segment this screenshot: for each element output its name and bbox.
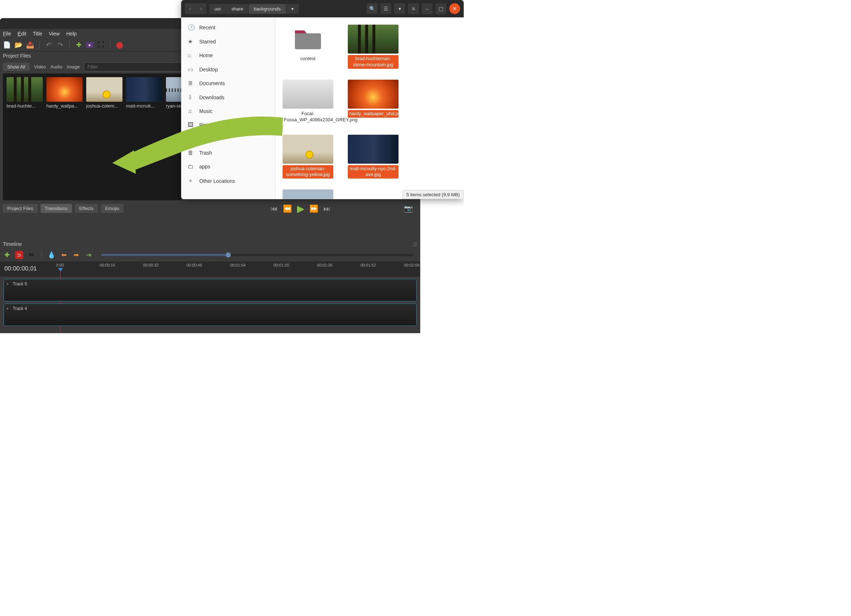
sidebar-item-apps[interactable]: 🗀apps bbox=[181, 160, 275, 173]
sidebar-label: Trash bbox=[199, 150, 212, 156]
menu-title[interactable]: Title bbox=[33, 31, 42, 36]
forward-icon[interactable]: ⏩ bbox=[310, 204, 319, 213]
prev-marker-icon[interactable]: ⬅ bbox=[60, 251, 68, 259]
file-thumb bbox=[283, 189, 333, 199]
new-project-icon[interactable]: 📄 bbox=[3, 41, 11, 49]
track-chevron-icon[interactable]: ▸ bbox=[7, 306, 9, 310]
tab-transitions[interactable]: Transitions bbox=[41, 204, 72, 213]
snapshot-icon[interactable]: 📷 bbox=[404, 204, 413, 213]
open-project-icon[interactable]: 📂 bbox=[15, 41, 23, 49]
project-file-item[interactable]: brad-huchte... bbox=[6, 77, 43, 109]
filter-image[interactable]: Image bbox=[67, 64, 80, 69]
fullscreen-icon[interactable]: ⛶ bbox=[97, 41, 105, 49]
marker-icon[interactable]: 💧 bbox=[47, 251, 56, 259]
nav-forward-icon[interactable]: › bbox=[195, 3, 206, 14]
file-item[interactable]: hardy_wallpaper_uhd.png bbox=[348, 80, 398, 124]
export-icon[interactable]: ⬤ bbox=[116, 41, 123, 49]
menu-view[interactable]: View bbox=[49, 31, 60, 36]
project-file-item[interactable]: matt-mcnult... bbox=[126, 77, 162, 109]
sidebar-item-videos[interactable]: 🎬Videos bbox=[181, 132, 275, 146]
tab-project-files[interactable]: Project Files bbox=[3, 204, 38, 213]
crumb-share[interactable]: share bbox=[226, 4, 248, 14]
menu-file[interactable]: File bbox=[3, 31, 11, 36]
add-track-icon[interactable]: ✚ bbox=[3, 251, 11, 259]
zoom-slider[interactable] bbox=[101, 254, 413, 256]
sidebar-item-trash[interactable]: 🗑Trash bbox=[181, 146, 275, 160]
next-marker-icon[interactable]: ➡ bbox=[72, 251, 80, 259]
redo-icon[interactable]: ↷ bbox=[56, 41, 64, 49]
ruler-mark: 00:00:16 bbox=[100, 263, 115, 267]
ruler-marks[interactable]: 0:0000:00:1600:00:3200:00:4800:01:0400:0… bbox=[56, 261, 420, 277]
menu-edit[interactable]: Edit bbox=[18, 31, 26, 36]
sidebar-label: Pictures bbox=[199, 122, 218, 128]
jump-end-icon[interactable]: ⏭ bbox=[323, 204, 331, 213]
timeline-ruler[interactable]: 00:00:00,01 0:0000:00:1600:00:3200:00:48… bbox=[0, 261, 420, 277]
filter-audio[interactable]: Audio bbox=[50, 64, 62, 69]
close-icon[interactable]: ✕ bbox=[449, 3, 460, 14]
file-item[interactable]: contest bbox=[283, 25, 333, 69]
sidebar-item-music[interactable]: ♫Music bbox=[181, 104, 275, 118]
files-content[interactable]: contestbrad-huchteman-stone-mountain.jpg… bbox=[275, 17, 464, 199]
timeline-track[interactable]: ▸Track 5 bbox=[4, 279, 416, 301]
sidebar-item-home[interactable]: ⌂Home bbox=[181, 48, 275, 62]
center-icon[interactable]: ⇥ bbox=[84, 251, 92, 259]
show-all-button[interactable]: Show All bbox=[3, 63, 30, 71]
undo-icon[interactable]: ↶ bbox=[45, 41, 53, 49]
hamburger-icon[interactable]: ≡ bbox=[408, 3, 419, 14]
file-item[interactable] bbox=[283, 189, 333, 199]
filter-video[interactable]: Video bbox=[34, 64, 46, 69]
preview-controls: ⏮ ⏪ ▶ ⏩ ⏭ 📷 bbox=[181, 198, 420, 219]
file-label: hardy_wallpaper_uhd.png bbox=[348, 110, 398, 118]
search-icon[interactable]: 🔍 bbox=[367, 3, 377, 14]
timeline-panel: Timeline ◫ ✚ ⊃ ✂ 💧 ⬅ ➡ ⇥ 00:00:00,01 0:0… bbox=[0, 240, 420, 328]
razor-icon[interactable]: ✂ bbox=[27, 251, 36, 259]
track-chevron-icon[interactable]: ▸ bbox=[7, 282, 9, 286]
sidebar-label: Home bbox=[199, 53, 213, 58]
file-label: joshua-colem... bbox=[86, 103, 122, 109]
sidebar-item-recent[interactable]: 🕑Recent bbox=[181, 20, 275, 35]
project-file-item[interactable]: joshua-colem... bbox=[86, 77, 122, 109]
playhead-icon[interactable] bbox=[58, 268, 63, 272]
tab-effects[interactable]: Effects bbox=[75, 204, 98, 213]
sidebar-item-starred[interactable]: ★Starred bbox=[181, 35, 275, 48]
maximize-icon[interactable]: ▢ bbox=[436, 3, 447, 14]
file-label: Focal-Fossa_WP_4096x2304_GREY.png bbox=[283, 110, 333, 124]
file-item[interactable]: brad-huchteman-stone-mountain.jpg bbox=[348, 25, 398, 69]
sidebar-item-pictures[interactable]: 🖼Pictures bbox=[181, 118, 275, 132]
sidebar-item-downloads[interactable]: ⇩Downloads bbox=[181, 90, 275, 104]
zoom-handle[interactable] bbox=[226, 252, 231, 257]
file-item[interactable]: joshua-coleman-something-yellow.jpg bbox=[283, 135, 333, 179]
project-file-item[interactable]: hardy_wallpa... bbox=[47, 77, 83, 109]
sidebar-icon: ⌂ bbox=[188, 52, 194, 59]
view-list-icon[interactable]: ☰ bbox=[380, 3, 391, 14]
timeline-track[interactable]: ▸Track 4 bbox=[4, 303, 416, 326]
file-item[interactable]: matt-mcnulty-nyc-2nd-ave.jpg bbox=[348, 135, 398, 179]
file-label: contest bbox=[283, 55, 333, 63]
import-icon[interactable]: ✚ bbox=[75, 41, 83, 49]
jump-start-icon[interactable]: ⏮ bbox=[271, 204, 278, 213]
ruler-mark: 00:01:04 bbox=[230, 263, 246, 267]
tab-emojis[interactable]: Emojis bbox=[101, 204, 123, 213]
file-item[interactable]: Focal-Fossa_WP_4096x2304_GREY.png bbox=[283, 80, 333, 124]
sidebar-item-other-locations[interactable]: ＋Other Locations bbox=[181, 173, 275, 188]
sidebar-icon: ＋ bbox=[188, 177, 194, 185]
rewind-icon[interactable]: ⏪ bbox=[283, 204, 292, 213]
sidebar-item-documents[interactable]: 🗎Documents bbox=[181, 77, 275, 90]
sidebar-icon: ▭ bbox=[188, 66, 194, 73]
snap-icon[interactable]: ⊃ bbox=[15, 251, 23, 259]
file-label: brad-huchteman-stone-mountain.jpg bbox=[348, 55, 398, 69]
view-dropdown-icon[interactable]: ▾ bbox=[394, 3, 405, 14]
file-thumb bbox=[348, 25, 398, 54]
detach-icon[interactable]: ◫ bbox=[413, 242, 417, 246]
nav-back-icon[interactable]: ‹ bbox=[185, 3, 195, 14]
minimize-icon[interactable]: – bbox=[422, 3, 433, 14]
files-nav: ‹ › bbox=[185, 3, 206, 14]
menu-help[interactable]: Help bbox=[66, 31, 77, 36]
save-project-icon[interactable]: 📤 bbox=[26, 41, 34, 49]
crumb-usr[interactable]: usr bbox=[209, 4, 226, 14]
profile-icon[interactable]: ▸ bbox=[86, 42, 93, 48]
sidebar-item-desktop[interactable]: ▭Desktop bbox=[181, 62, 275, 77]
crumb-dropdown-icon[interactable]: ▾ bbox=[286, 4, 299, 14]
crumb-backgrounds[interactable]: backgrounds bbox=[249, 4, 286, 14]
play-icon[interactable]: ▶ bbox=[297, 203, 304, 214]
